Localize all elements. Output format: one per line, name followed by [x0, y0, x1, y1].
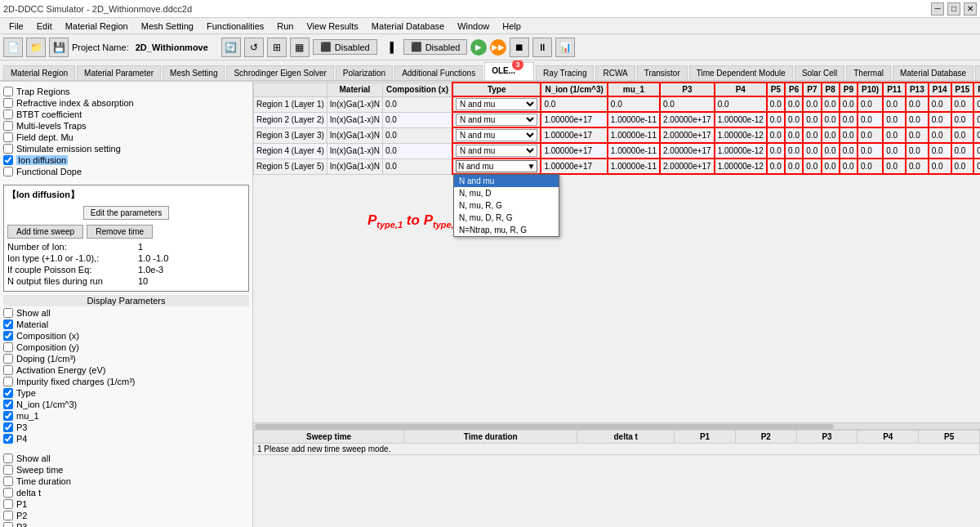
- project-name: 2D_Withionmove: [136, 42, 208, 52]
- checkbox-field-dept[interactable]: Field dept. Mu: [3, 132, 249, 142]
- refresh-icon[interactable]: 🔄: [221, 38, 241, 57]
- row5-type[interactable]: N and mu ▼ N and mu N, mu, D N, mu, R, G…: [452, 159, 541, 174]
- row5-type-dropdown[interactable]: N and mu ▼: [456, 160, 537, 172]
- row1-type-select[interactable]: N and mu N, mu, D N, mu, R, G N, mu, D, …: [456, 98, 537, 110]
- menu-mesh-setting[interactable]: Mesh Setting: [136, 20, 199, 33]
- checkbox-multilevel[interactable]: Multi-levels Traps: [3, 121, 249, 131]
- dropdown-item-ntrap[interactable]: N=Ntrap, mu, R, G: [454, 224, 559, 236]
- checkbox-refractive[interactable]: Refractive index & absorption: [3, 98, 249, 108]
- disp-p3[interactable]: P3: [3, 422, 249, 432]
- disabled1-button[interactable]: ⬛ Disabled: [313, 39, 377, 55]
- row2-p13: 0.0: [906, 112, 929, 127]
- row2-type-select[interactable]: N and mu N, mu, D N, mu, R, G N, mu, D, …: [456, 114, 537, 126]
- dropdown-item-n-mu-d-r-g[interactable]: N, mu, D, R, G: [454, 212, 559, 224]
- dropdown-item-n-and-mu[interactable]: N and mu: [454, 175, 559, 187]
- dropdown-item-n-mu-r-g[interactable]: N, mu, R, G: [454, 199, 559, 212]
- row2-type[interactable]: N and mu N, mu, D N, mu, R, G N, mu, D, …: [452, 112, 541, 127]
- row1-type[interactable]: N and mu N, mu, D N, mu, R, G N, mu, D, …: [452, 96, 541, 112]
- chart-icon[interactable]: 📊: [555, 38, 575, 57]
- disp-material[interactable]: Material: [3, 319, 249, 329]
- tab-rcwa[interactable]: RCWA: [595, 65, 635, 80]
- add-sweep-button[interactable]: Add time sweep: [7, 225, 83, 239]
- tab-ole[interactable]: OLE...3: [484, 62, 534, 80]
- checkbox-btbt[interactable]: BTBT coefficient: [3, 109, 249, 119]
- disp-p4[interactable]: P4: [3, 434, 249, 444]
- menu-run[interactable]: Run: [271, 20, 299, 33]
- tab-thermal[interactable]: Thermal: [846, 65, 891, 80]
- scrollbar-thumb[interactable]: [255, 424, 834, 429]
- tab-polarization[interactable]: Polarization: [336, 65, 393, 80]
- new-file-icon[interactable]: 📄: [3, 38, 23, 57]
- tab-schrodinger[interactable]: Schrodinger Eigen Solver: [226, 65, 333, 80]
- row4-type-select[interactable]: N and mu N, mu, D N, mu, R, G N, mu, D, …: [456, 145, 537, 157]
- tab-material-parameter[interactable]: Material Parameter: [77, 65, 161, 80]
- menu-material-database[interactable]: Material Database: [366, 20, 450, 33]
- tab-material-db[interactable]: Material Database: [893, 65, 973, 80]
- disp2-p1[interactable]: P1: [3, 499, 249, 509]
- disabled2-button[interactable]: ⬛ Disabled: [403, 39, 468, 55]
- disp2-p3[interactable]: P3: [3, 522, 249, 527]
- row3-type-select[interactable]: N and mu N, mu, D N, mu, R, G N, mu, D, …: [456, 129, 537, 141]
- row4-type[interactable]: N and mu N, mu, D N, mu, R, G N, mu, D, …: [452, 143, 541, 159]
- checkbox-ion-diffusion[interactable]: Ion diffusion: [3, 155, 249, 165]
- menu-material-region[interactable]: Material Region: [60, 20, 134, 33]
- grid-icon[interactable]: ⊞: [267, 38, 287, 57]
- edit-params-button[interactable]: Edit the parameters: [83, 206, 169, 220]
- menu-window[interactable]: Window: [452, 20, 495, 33]
- tab-solar-cell[interactable]: Solar Cell: [795, 65, 844, 80]
- row4-p4: 1.00000e-12: [715, 143, 767, 159]
- tab-mesh-setting[interactable]: Mesh Setting: [163, 65, 225, 80]
- disp-composition-x[interactable]: Composition (x): [3, 331, 249, 341]
- menu-view-results[interactable]: View Results: [301, 20, 363, 33]
- notification-badge: 3: [512, 60, 523, 70]
- tab-input-editor[interactable]: Input Editor: [975, 65, 980, 80]
- disp2-show-all[interactable]: Show all: [3, 453, 249, 463]
- disp-n-ion[interactable]: N_ion (1/cm^3): [3, 400, 249, 409]
- minimize-button[interactable]: ─: [931, 2, 944, 16]
- maximize-button[interactable]: □: [947, 2, 960, 16]
- tab-transistor[interactable]: Transistor: [637, 65, 688, 80]
- row5-material: In(x)Ga(1-x)N: [327, 159, 382, 174]
- disp2-delta-t[interactable]: delta t: [3, 488, 249, 498]
- col-p14: P14: [929, 83, 951, 96]
- tab-ray-tracing[interactable]: Ray Tracing: [536, 65, 594, 80]
- menu-file[interactable]: File: [3, 20, 29, 33]
- tab-material-region[interactable]: Material Region: [3, 65, 75, 80]
- play2-button[interactable]: ▶▶: [490, 39, 506, 56]
- pause-icon[interactable]: ⏸: [532, 38, 552, 57]
- menu-help[interactable]: Help: [497, 20, 527, 33]
- disp2-sweep-time[interactable]: Sweep time: [3, 465, 249, 475]
- col-p4: P4: [715, 83, 767, 96]
- menu-edit[interactable]: Edit: [31, 20, 58, 33]
- stop-icon[interactable]: ⏹: [510, 38, 529, 57]
- table-icon[interactable]: ▦: [290, 38, 310, 57]
- checkbox-trap-regions[interactable]: Trap Regions: [3, 87, 249, 96]
- tab-time-dependent[interactable]: Time Dependent Module: [689, 65, 793, 80]
- row4-p15: 0.0: [951, 143, 974, 159]
- row3-p4: 1.00000e-12: [715, 127, 767, 143]
- checkbox-functional-dope[interactable]: Functional Dope: [3, 167, 249, 176]
- disp2-time-duration[interactable]: Time duration: [3, 476, 249, 486]
- disp-composition-y[interactable]: Composition (y): [3, 342, 249, 352]
- menu-functionalities[interactable]: Functionalities: [201, 20, 270, 33]
- refresh2-icon[interactable]: ↺: [244, 38, 264, 57]
- dropdown-item-n-mu-d[interactable]: N, mu, D: [454, 187, 559, 199]
- close-button[interactable]: ✕: [964, 2, 977, 16]
- disp-impurity[interactable]: Impurity fixed charges (1/cm³): [3, 377, 249, 386]
- remove-time-button[interactable]: Remove time: [87, 225, 153, 239]
- disp-type[interactable]: Type: [3, 388, 249, 398]
- play-button[interactable]: ▶: [470, 39, 487, 56]
- disp-mu1[interactable]: mu_1: [3, 411, 249, 421]
- row3-type[interactable]: N and mu N, mu, D N, mu, R, G N, mu, D, …: [452, 127, 541, 143]
- number-of-ion-label: Number of Ion:: [7, 242, 138, 252]
- disp-doping[interactable]: Doping (1/cm³): [3, 354, 249, 364]
- save-icon[interactable]: 💾: [49, 38, 69, 57]
- open-folder-icon[interactable]: 📁: [26, 38, 46, 57]
- horizontal-scrollbar[interactable]: [253, 422, 980, 429]
- disp-show-all[interactable]: Show all: [3, 308, 249, 318]
- col-time-duration: Time duration: [404, 431, 577, 444]
- checkbox-stimulate[interactable]: Stimulate emission setting: [3, 144, 249, 154]
- disp-activation-energy[interactable]: Activation Energy (eV): [3, 365, 249, 375]
- tab-additional[interactable]: Additional Functions: [394, 65, 483, 80]
- disp2-p2[interactable]: P2: [3, 511, 249, 520]
